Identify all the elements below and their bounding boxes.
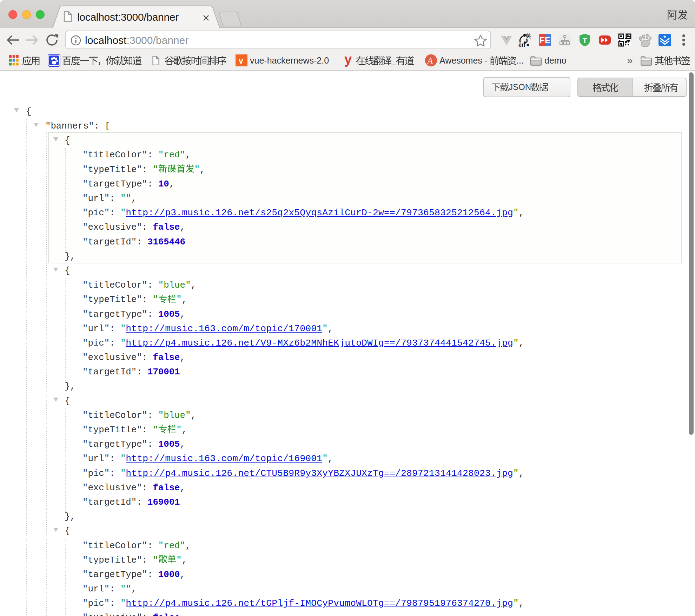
svg-text:T: T xyxy=(583,36,587,44)
svg-text:A: A xyxy=(427,56,433,65)
svg-text:en: en xyxy=(518,42,525,47)
svg-text:y: y xyxy=(344,54,352,67)
svg-text:v: v xyxy=(239,56,243,65)
svg-text:FE: FE xyxy=(540,35,550,45)
